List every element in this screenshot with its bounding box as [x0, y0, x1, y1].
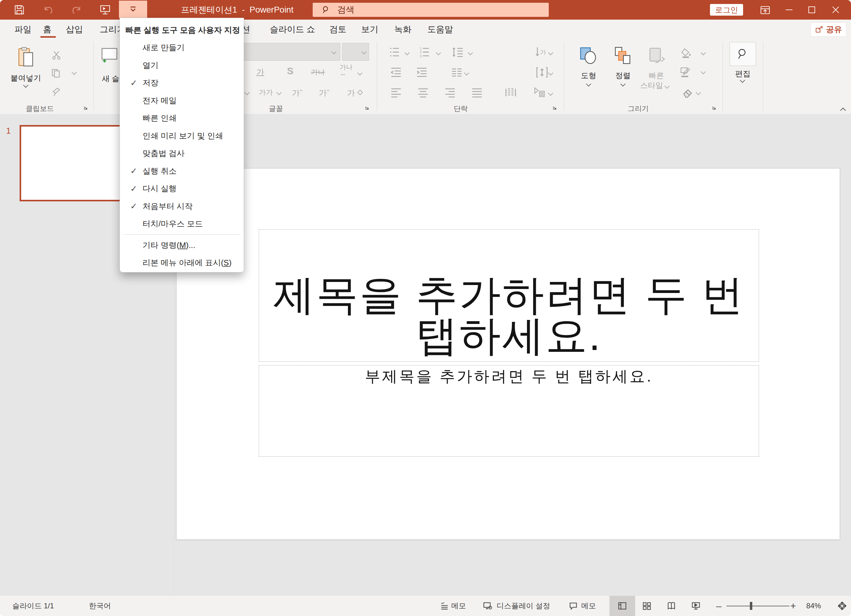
numbering-icon[interactable]: 123	[419, 46, 431, 58]
text-direction-chevron[interactable]	[548, 50, 553, 56]
case-chevron[interactable]	[277, 90, 282, 95]
clipboard-dialog-launcher[interactable]	[83, 105, 88, 110]
qat-menu-item[interactable]: 새로 만들기	[120, 39, 244, 57]
underline-button[interactable]: 가	[256, 67, 264, 78]
new-slide-button[interactable]: 새 슬	[102, 74, 120, 84]
login-button[interactable]: 로그인	[710, 4, 743, 16]
tab-draw[interactable]: 그리기	[100, 20, 120, 39]
zoom-out-button[interactable]: –	[716, 596, 722, 616]
cut-icon[interactable]	[51, 50, 61, 60]
slide-indicator[interactable]: 슬라이드 1/1	[12, 596, 54, 616]
line-spacing-icon[interactable]	[452, 46, 464, 58]
qat-menu-item[interactable]: ✓저장	[120, 74, 244, 92]
bullets-icon[interactable]	[389, 46, 401, 58]
comments-button[interactable]: 메모	[581, 596, 596, 616]
qat-menu-item[interactable]: ✓처음부터 시작	[120, 198, 244, 215]
normal-view-icon[interactable]	[618, 602, 627, 610]
spacing-chevron[interactable]	[358, 71, 363, 76]
shape-outline-chevron[interactable]	[701, 69, 706, 75]
shapes-button[interactable]: 도형	[576, 71, 601, 81]
new-slide-icon[interactable]	[101, 46, 118, 65]
format-painter-icon[interactable]	[51, 87, 61, 97]
eraser-icon[interactable]	[683, 88, 693, 98]
columns-chevron[interactable]	[464, 71, 469, 76]
edit-button-label[interactable]: 편집	[729, 69, 756, 79]
paragraph-dialog-launcher[interactable]	[552, 105, 557, 110]
qat-menu-item[interactable]: 빠른 인쇄	[120, 110, 244, 127]
minimize-button[interactable]	[785, 6, 793, 14]
quick-styles-icon[interactable]	[648, 47, 665, 65]
font-name-combo[interactable]	[236, 43, 340, 61]
maximize-button[interactable]	[807, 6, 816, 14]
tab-review[interactable]: 검토	[329, 20, 346, 39]
notes-button[interactable]: 메모	[451, 596, 466, 616]
zoom-slider-handle[interactable]	[750, 602, 752, 610]
qat-menu-item[interactable]: 리본 메뉴 아래에 표시(S)	[120, 254, 244, 272]
tab-insert[interactable]: 삽입	[66, 20, 83, 39]
convert-smartart-icon[interactable]	[534, 86, 546, 99]
align-text-chevron[interactable]	[548, 71, 553, 76]
save-icon[interactable]	[14, 4, 25, 15]
columns-layout-icon[interactable]	[505, 86, 517, 99]
align-text-icon[interactable]	[536, 66, 548, 78]
add-remove-columns-icon[interactable]	[451, 66, 463, 78]
qat-menu-item[interactable]: 전자 메일	[120, 92, 244, 110]
qat-menu-item[interactable]: 터치/마우스 모드	[120, 215, 244, 233]
smartart-chevron[interactable]	[548, 91, 553, 96]
shape-fill-chevron[interactable]	[701, 50, 706, 56]
zoom-in-button[interactable]: +	[790, 596, 796, 616]
qat-menu-item[interactable]: ✓실행 취소	[120, 162, 244, 180]
justify-icon[interactable]	[471, 86, 483, 99]
increase-indent-icon[interactable]	[416, 66, 428, 78]
collapse-ribbon-chevron[interactable]	[839, 107, 847, 111]
highlight-chevron[interactable]	[245, 90, 250, 95]
font-dialog-launcher[interactable]	[365, 105, 370, 110]
strikethrough-button[interactable]: 가나	[311, 68, 325, 77]
quick-styles-label-2[interactable]: 스타일	[637, 80, 671, 90]
qat-menu-item[interactable]: 인쇄 미리 보기 및 인쇄	[120, 127, 244, 145]
tab-view[interactable]: 보기	[361, 20, 378, 39]
tab-help[interactable]: 도움말	[427, 20, 453, 39]
zoom-slider-track[interactable]	[726, 605, 789, 607]
align-left-icon[interactable]	[390, 86, 402, 99]
arrange-button[interactable]: 정렬	[610, 71, 635, 81]
slide-sorter-view-icon[interactable]	[642, 602, 651, 610]
copy-dropdown-chevron[interactable]	[72, 70, 77, 75]
arrange-icon[interactable]	[614, 47, 631, 65]
undo-icon[interactable]	[42, 5, 54, 15]
ribbon-display-options-icon[interactable]	[760, 5, 770, 15]
clear-formatting-button[interactable]: 가	[347, 88, 355, 98]
drawing-dialog-launcher[interactable]	[712, 105, 717, 110]
language-indicator[interactable]: 한국어	[89, 596, 111, 616]
tab-record[interactable]: 녹화	[394, 20, 411, 39]
numbering-chevron[interactable]	[436, 50, 441, 56]
paste-button[interactable]: 붙여넣기	[8, 73, 44, 83]
shapes-chevron[interactable]	[586, 81, 591, 87]
slideshow-view-icon[interactable]	[692, 602, 700, 610]
qat-menu-item[interactable]: 열기	[120, 57, 244, 75]
eraser-chevron[interactable]	[696, 90, 701, 95]
tab-slideshow[interactable]: 슬라이드 쇼	[270, 20, 315, 39]
shapes-icon[interactable]	[579, 47, 597, 65]
edit-button-box[interactable]	[729, 42, 756, 66]
decrease-indent-icon[interactable]	[390, 66, 402, 78]
paste-dropdown-chevron[interactable]	[23, 83, 29, 88]
shape-fill-icon[interactable]	[681, 48, 692, 58]
close-button[interactable]	[831, 6, 840, 14]
align-right-icon[interactable]	[444, 86, 456, 99]
shape-outline-icon[interactable]	[680, 67, 691, 78]
reading-view-icon[interactable]	[667, 602, 676, 610]
qat-menu-item[interactable]: 맞춤법 검사	[120, 145, 244, 162]
customize-qat-button[interactable]	[119, 1, 147, 18]
tab-file[interactable]: 파일	[14, 20, 32, 39]
display-settings-button[interactable]: 디스플레이 설정	[497, 596, 550, 616]
zoom-percent[interactable]: 84%	[806, 596, 821, 616]
line-spacing-chevron[interactable]	[468, 50, 473, 56]
share-button[interactable]: 공유	[810, 23, 846, 37]
grow-font-button[interactable]: 가ˆ	[292, 88, 302, 98]
paste-icon[interactable]	[17, 47, 35, 67]
copy-icon[interactable]	[51, 68, 61, 78]
fit-to-window-icon[interactable]	[837, 601, 847, 610]
text-shadow-button[interactable]: S	[287, 66, 293, 76]
change-case-button[interactable]: 가가	[259, 88, 273, 97]
